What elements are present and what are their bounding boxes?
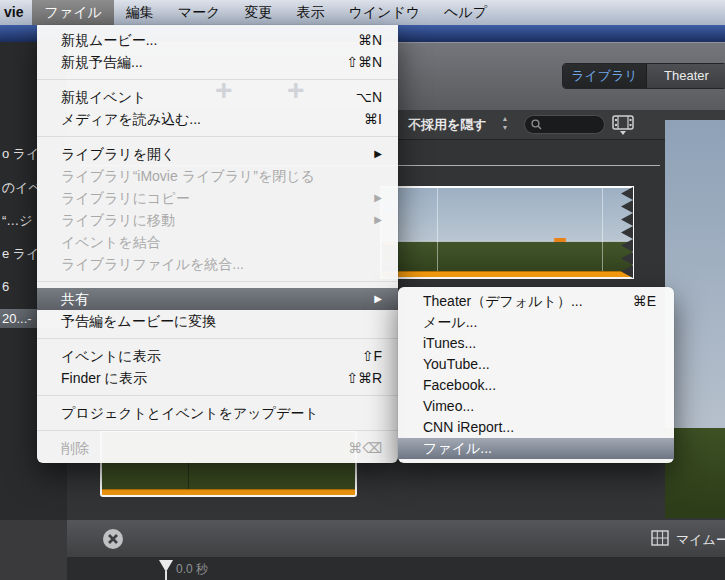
menu-item-shortcut: ⇧⌘N bbox=[346, 51, 382, 73]
menu-item[interactable]: メール... bbox=[398, 312, 674, 333]
menu-item-label: Vimeo... bbox=[423, 396, 474, 417]
menu-separator bbox=[37, 424, 398, 437]
file-menu: + + 新規ムービー...⌘N新規予告編...⇧⌘N新規イベント⌥Nメディアを読… bbox=[37, 25, 398, 463]
playhead-time-label: 0.0 秒 bbox=[176, 561, 208, 578]
menu-item-label: 新規予告編... bbox=[61, 51, 143, 73]
filter-stepper-icon[interactable]: ▲▼ bbox=[500, 114, 510, 136]
submenu-arrow-icon: ▶ bbox=[374, 288, 382, 310]
playhead-line bbox=[165, 571, 167, 580]
menu-item-label: イベントに表示 bbox=[61, 345, 161, 367]
timeline-ruler: 0.0 秒 bbox=[67, 558, 725, 580]
search-field[interactable] bbox=[524, 115, 605, 134]
menu-item-label: ライブラリファイルを統合... bbox=[61, 253, 244, 275]
menu-item-label: メール... bbox=[423, 312, 477, 333]
menu-item-label: イベントを結合 bbox=[61, 231, 161, 253]
favorite-marker-bar bbox=[102, 489, 355, 495]
menu-item: ライブラリにコピー▶ bbox=[37, 187, 398, 209]
frame-divider bbox=[437, 188, 438, 277]
menu-item[interactable]: 新規予告編...⇧⌘N bbox=[37, 51, 398, 73]
menubar-item[interactable]: マーク bbox=[166, 0, 233, 25]
menu-item-shortcut: ⇧⌘R bbox=[346, 367, 382, 389]
menu-item: ライブラリファイルを統合... bbox=[37, 253, 398, 275]
menu-item-label: YouTube... bbox=[423, 354, 490, 375]
menu-item-shortcut: ⇧F bbox=[362, 345, 382, 367]
search-icon bbox=[531, 119, 542, 130]
search-input[interactable] bbox=[542, 119, 597, 131]
menu-item-label: CNN iReport... bbox=[423, 417, 514, 438]
file-menu-items: 新規ムービー...⌘N新規予告編...⇧⌘N新規イベント⌥Nメディアを読み込む.… bbox=[37, 29, 398, 459]
menu-item[interactable]: 共有▶ bbox=[37, 288, 398, 310]
menu-separator bbox=[37, 130, 398, 143]
menu-item[interactable]: YouTube... bbox=[398, 354, 674, 375]
imovie-screen: ライブラリ Theater 不採用を隠す ▲▼ o ライのイベ“…ジe ライ6 … bbox=[0, 0, 725, 580]
menu-item: 削除⌘⌫ bbox=[37, 437, 398, 459]
submenu-arrow-icon: ▶ bbox=[374, 143, 382, 165]
library-toggle-button[interactable]: ライブラリ bbox=[563, 64, 647, 88]
favorite-marker-bar bbox=[382, 271, 632, 277]
menu-item-shortcut: ⌘I bbox=[364, 108, 382, 130]
menu-item: ライブラリ“iMovie ライブラリ”を閉じる bbox=[37, 165, 398, 187]
app-menu-partial[interactable]: vie bbox=[0, 0, 32, 25]
menu-item-shortcut: ⌥N bbox=[356, 86, 382, 108]
clip-continues-edge bbox=[620, 187, 633, 278]
menu-item: ライブラリに移動▶ bbox=[37, 209, 398, 231]
close-timeline-icon[interactable] bbox=[102, 528, 124, 550]
menu-separator bbox=[37, 275, 398, 288]
menu-item-label: iTunes... bbox=[423, 333, 476, 354]
menu-item-label: Finder に表示 bbox=[61, 367, 147, 389]
submenu-arrow-icon: ▶ bbox=[374, 187, 382, 209]
menu-bar: vie ファイル編集マーク変更表示ウインドウヘルプ bbox=[0, 0, 725, 25]
menu-item-label: Theater（デフォルト）... bbox=[423, 291, 583, 312]
menubar-item[interactable]: 編集 bbox=[114, 0, 166, 25]
timeline-panel: マイムービー 0.0 秒 bbox=[0, 520, 725, 580]
menu-item-label: メディアを読み込む... bbox=[61, 108, 201, 130]
project-media-icon bbox=[651, 530, 669, 546]
menu-item[interactable]: Theater（デフォルト）...⌘E bbox=[398, 291, 674, 312]
menu-separator bbox=[37, 73, 398, 86]
menubar-items: ファイル編集マーク変更表示ウインドウヘルプ bbox=[32, 0, 499, 25]
menu-separator bbox=[37, 332, 398, 345]
menu-item[interactable]: 新規ムービー...⌘N bbox=[37, 29, 398, 51]
menu-item-label: 予告編をムービーに変換 bbox=[61, 310, 216, 332]
clip-filter-icon[interactable] bbox=[611, 114, 635, 137]
share-submenu-items: Theater（デフォルト）...⌘Eメール...iTunes...YouTub… bbox=[398, 291, 674, 459]
menu-item-label: 共有 bbox=[61, 288, 89, 310]
windsock bbox=[554, 238, 566, 242]
menu-item[interactable]: 予告編をムービーに変換 bbox=[37, 310, 398, 332]
menu-item-label: プロジェクトとイベントをアップデート bbox=[61, 402, 319, 424]
menu-item-label: ライブラリにコピー bbox=[61, 187, 190, 209]
menu-item-label: ファイル... bbox=[423, 438, 492, 459]
menu-item-shortcut: ⌘⌫ bbox=[348, 437, 382, 459]
hide-rejected-dropdown[interactable]: 不採用を隠す bbox=[408, 116, 487, 134]
menu-item[interactable]: 新規イベント⌥N bbox=[37, 86, 398, 108]
menubar-item[interactable]: ヘルプ bbox=[432, 0, 499, 25]
menu-item-label: ライブラリを開く bbox=[61, 143, 175, 165]
menu-item-label: 新規イベント bbox=[61, 86, 146, 108]
menubar-item[interactable]: ウインドウ bbox=[336, 0, 432, 25]
menu-item[interactable]: ファイル... bbox=[398, 438, 674, 459]
menu-item[interactable]: メディアを読み込む...⌘I bbox=[37, 108, 398, 130]
theater-toggle-button[interactable]: Theater bbox=[647, 64, 725, 88]
menu-item[interactable]: CNN iReport... bbox=[398, 417, 674, 438]
menu-item-label: ライブラリ“iMovie ライブラリ”を閉じる bbox=[61, 165, 315, 187]
menubar-item[interactable]: ファイル bbox=[32, 0, 113, 25]
menu-item[interactable]: プロジェクトとイベントをアップデート bbox=[37, 402, 398, 424]
menu-item-shortcut: ⌘N bbox=[358, 29, 382, 51]
menu-item-label: 新規ムービー... bbox=[61, 29, 157, 51]
menu-item[interactable]: ライブラリを開く▶ bbox=[37, 143, 398, 165]
frame-divider bbox=[602, 188, 603, 277]
menu-item[interactable]: Facebook... bbox=[398, 375, 674, 396]
menu-separator bbox=[37, 389, 398, 402]
menubar-item[interactable]: 表示 bbox=[284, 0, 336, 25]
menu-item[interactable]: iTunes... bbox=[398, 333, 674, 354]
menu-item[interactable]: Finder に表示⇧⌘R bbox=[37, 367, 398, 389]
submenu-arrow-icon: ▶ bbox=[374, 209, 382, 231]
menu-item[interactable]: Vimeo... bbox=[398, 396, 674, 417]
menu-item-label: ライブラリに移動 bbox=[61, 209, 175, 231]
event-clip-filmstrip[interactable] bbox=[380, 186, 634, 279]
menubar-item[interactable]: 変更 bbox=[232, 0, 284, 25]
menu-item-shortcut: ⌘E bbox=[633, 291, 656, 312]
browser-clip-grass[interactable] bbox=[665, 428, 725, 518]
menu-item[interactable]: イベントに表示⇧F bbox=[37, 345, 398, 367]
browser-clip-sky[interactable] bbox=[665, 120, 725, 428]
